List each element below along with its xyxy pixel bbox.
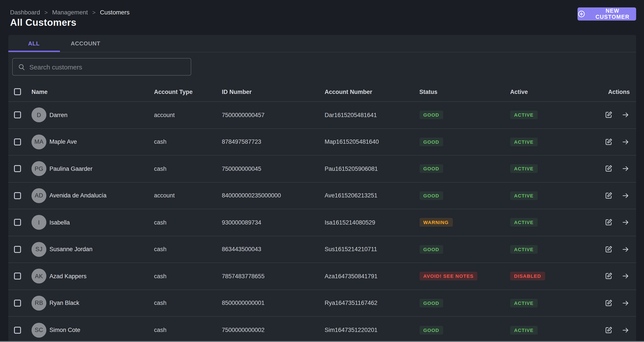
search-input[interactable] (29, 63, 186, 71)
account-number-cell: Dar1615205481641 (324, 112, 419, 118)
breadcrumb-item-management[interactable]: Management (52, 9, 88, 16)
arrow-right-icon (622, 192, 629, 200)
table-row[interactable]: PG Paulina Gaarder cash 750000000045 Pau… (8, 156, 636, 182)
status-badge: WARNING (419, 218, 452, 227)
id-number-cell: 7500000000457 (222, 112, 324, 118)
row-checkbox[interactable] (14, 192, 21, 199)
status-badge: GOOD (419, 326, 443, 335)
edit-button[interactable] (604, 299, 613, 308)
edit-icon (604, 299, 612, 307)
avatar: MA (32, 135, 46, 149)
arrow-right-icon (622, 245, 629, 253)
customers-card: ALLACCOUNT Name Account Type ID Number A… (8, 35, 636, 342)
active-badge: ACTIVE (510, 299, 538, 308)
id-number-cell: 7500000000002 (222, 327, 324, 334)
edit-icon (604, 165, 612, 173)
edit-button[interactable] (604, 218, 613, 227)
edit-button[interactable] (604, 326, 613, 335)
page-header: Dashboard>Management>Customers All Custo… (0, 0, 644, 35)
column-header-id-number: ID Number (222, 88, 324, 95)
status-badge: GOOD (419, 111, 443, 120)
customer-name: Avenida de Andalucía (50, 192, 106, 199)
account-type-cell: cash (154, 300, 222, 306)
edit-icon (604, 111, 612, 119)
edit-button[interactable] (604, 272, 613, 281)
breadcrumb-item-dashboard[interactable]: Dashboard (10, 9, 40, 16)
arrow-right-icon (622, 111, 629, 119)
row-checkbox[interactable] (14, 165, 21, 172)
open-customer-button[interactable] (621, 299, 630, 308)
open-customer-button[interactable] (621, 138, 630, 146)
select-all-checkbox[interactable] (14, 88, 21, 95)
account-type-cell: account (154, 192, 222, 199)
table-row[interactable]: SC Simon Cote cash 7500000000002 Sim1647… (8, 317, 636, 342)
account-number-cell: Isa1615214080529 (324, 219, 419, 226)
active-badge: DISABLED (510, 272, 545, 281)
row-checkbox[interactable] (14, 246, 21, 253)
tab-account[interactable]: ACCOUNT (60, 35, 111, 52)
table-row[interactable]: SJ Susanne Jordan cash 863443500043 Sus1… (8, 236, 636, 263)
edit-button[interactable] (604, 191, 613, 200)
edit-icon (604, 138, 612, 146)
account-type-cell: cash (154, 219, 222, 226)
horizontal-scrollbar[interactable] (0, 341, 644, 342)
row-checkbox[interactable] (14, 112, 21, 119)
table-row[interactable]: AD Avenida de Andalucía account 84000000… (8, 182, 636, 209)
active-badge: ACTIVE (510, 138, 538, 146)
active-badge: ACTIVE (510, 218, 538, 227)
row-checkbox[interactable] (14, 219, 21, 226)
row-checkbox[interactable] (14, 327, 21, 334)
active-badge: ACTIVE (510, 111, 538, 120)
search-box[interactable] (12, 58, 191, 76)
status-badge: GOOD (419, 138, 443, 146)
avatar: RB (32, 296, 46, 311)
open-customer-button[interactable] (621, 272, 630, 281)
customer-name: Darren (50, 112, 68, 118)
arrow-right-icon (622, 138, 629, 146)
active-badge: ACTIVE (510, 326, 538, 335)
avatar: SJ (32, 242, 46, 257)
breadcrumb-separator: > (44, 9, 48, 15)
column-header-account-type: Account Type (154, 88, 222, 95)
table-row[interactable]: AK Azad Kappers cash 7857483778655 Aza16… (8, 263, 636, 290)
open-customer-button[interactable] (621, 165, 630, 173)
page-title: All Customers (10, 17, 76, 28)
arrow-right-icon (622, 165, 629, 173)
tab-bar: ALLACCOUNT (8, 35, 636, 52)
avatar: PG (32, 162, 46, 176)
edit-button[interactable] (604, 138, 613, 146)
open-customer-button[interactable] (621, 245, 630, 254)
edit-button[interactable] (604, 165, 613, 173)
customer-name: Azad Kappers (50, 273, 86, 280)
open-customer-button[interactable] (621, 111, 630, 120)
tab-all[interactable]: ALL (8, 35, 60, 52)
account-type-cell: cash (154, 273, 222, 280)
open-customer-button[interactable] (621, 326, 630, 335)
column-header-status: Status (419, 88, 510, 95)
arrow-right-icon (622, 299, 629, 307)
avatar: SC (32, 323, 46, 338)
open-customer-button[interactable] (621, 191, 630, 200)
row-checkbox[interactable] (14, 273, 21, 280)
account-number-cell: Ave1615206213251 (324, 192, 419, 199)
table-row[interactable]: I Isabella cash 930000089734 Isa16152140… (8, 209, 636, 236)
customer-name: Susanne Jordan (50, 246, 92, 253)
table-row[interactable]: D Darren account 7500000000457 Dar161520… (8, 102, 636, 129)
arrow-right-icon (622, 219, 629, 226)
active-badge: ACTIVE (510, 165, 538, 173)
id-number-cell: 840000000235000000 (222, 192, 324, 199)
account-number-cell: Sim1647351220201 (324, 327, 419, 334)
row-checkbox[interactable] (14, 139, 21, 146)
account-type-cell: cash (154, 139, 222, 145)
open-customer-button[interactable] (621, 218, 630, 227)
new-customer-button[interactable]: NEW CUSTOMER (578, 7, 636, 20)
edit-button[interactable] (604, 245, 613, 254)
edit-button[interactable] (604, 111, 613, 120)
table-row[interactable]: RB Ryan Black cash 8500000000001 Rya1647… (8, 290, 636, 317)
id-number-cell: 863443500043 (222, 246, 324, 253)
account-number-cell: Map1615205481640 (324, 139, 419, 145)
row-checkbox[interactable] (14, 300, 21, 307)
customer-name: Isabella (50, 219, 70, 226)
table-row[interactable]: MA Maple Ave cash 878497587723 Map161520… (8, 129, 636, 156)
search-icon (18, 63, 26, 71)
